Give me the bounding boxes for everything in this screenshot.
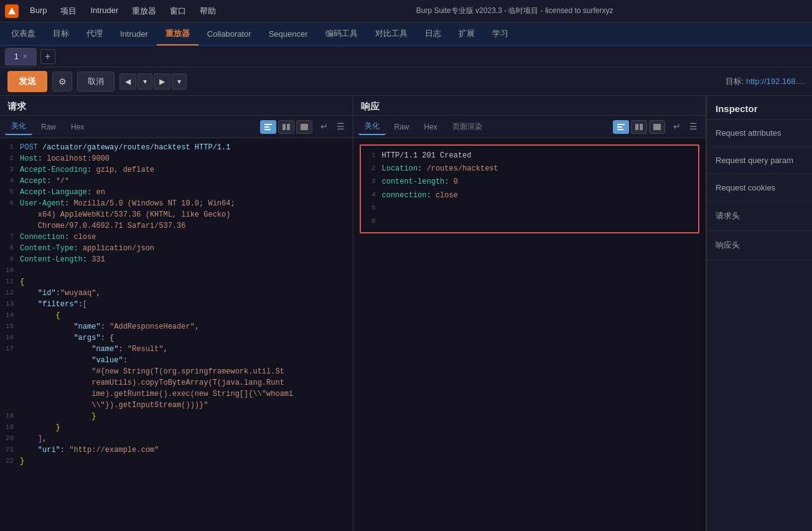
menu-window[interactable]: 窗口 bbox=[164, 3, 192, 19]
nav-collaborator[interactable]: Collaborator bbox=[198, 24, 260, 45]
tab-add-button[interactable]: + bbox=[40, 49, 55, 64]
req-tab-pretty[interactable]: 美化 bbox=[5, 118, 32, 135]
svg-rect-4 bbox=[282, 124, 286, 130]
nav-dashboard[interactable]: 仪表盘 bbox=[2, 23, 44, 45]
svg-rect-7 bbox=[617, 124, 625, 125]
req-line-22: 21 "uri": "http://example.com" bbox=[2, 444, 350, 456]
tab-1-close[interactable]: ✕ bbox=[22, 53, 27, 60]
req-line-8: 8 Content-Type: application/json bbox=[2, 243, 350, 254]
tab-1-label: 1 bbox=[14, 52, 19, 61]
req-line-4: 4 Accept: */* bbox=[2, 176, 350, 187]
response-panel-icons: ↵ ☰ bbox=[613, 120, 701, 134]
req-line-13: 13 "filters":[ bbox=[2, 299, 350, 310]
inspector-response-headers[interactable]: 响应头 bbox=[707, 231, 812, 260]
svg-rect-1 bbox=[264, 124, 272, 125]
req-line-10: 10 bbox=[2, 265, 350, 276]
menu-repeater[interactable]: 重放器 bbox=[126, 3, 162, 19]
settings-button[interactable]: ⚙ bbox=[52, 72, 72, 92]
prev-dropdown[interactable]: ▾ bbox=[138, 73, 152, 90]
target-label-area: 目标: http://192.168.... bbox=[726, 76, 805, 87]
tab-1[interactable]: 1 ✕ bbox=[5, 48, 37, 65]
resp-view-toggle-msg[interactable] bbox=[613, 120, 629, 134]
svg-rect-6 bbox=[301, 124, 308, 130]
svg-rect-8 bbox=[617, 126, 622, 128]
nav-intruder[interactable]: Intruder bbox=[111, 24, 157, 45]
history-nav: ◀ ▾ ▶ ▾ bbox=[119, 73, 187, 90]
svg-rect-10 bbox=[635, 124, 638, 130]
send-button[interactable]: 发送 bbox=[7, 71, 47, 92]
resp-tab-raw[interactable]: Raw bbox=[388, 120, 416, 134]
titlebar-menu: Burp 项目 Intruder 重放器 窗口 帮助 bbox=[24, 3, 222, 19]
resp-tab-render[interactable]: 页面渲染 bbox=[446, 119, 488, 134]
resp-view-toggle-full[interactable] bbox=[649, 120, 665, 134]
nav-repeater[interactable]: 重放器 bbox=[157, 23, 198, 45]
resp-view-toggle-split[interactable] bbox=[631, 120, 647, 134]
req-view-toggle-msg[interactable] bbox=[260, 120, 276, 134]
nav-encoder[interactable]: 编码工具 bbox=[317, 23, 366, 45]
req-line-14: 14 { bbox=[2, 310, 350, 321]
resp-line-1: 1 HTTP/1.1 201 Created bbox=[365, 149, 695, 162]
menu-burp[interactable]: Burp bbox=[24, 3, 53, 19]
svg-rect-12 bbox=[653, 124, 661, 130]
resp-tab-hex[interactable]: Hex bbox=[418, 120, 444, 134]
resp-line-4: 4 connection: close bbox=[365, 189, 695, 202]
svg-rect-11 bbox=[640, 124, 643, 130]
inspector-request-cookies[interactable]: Request cookies bbox=[707, 174, 812, 202]
req-line-11: 11 { bbox=[2, 276, 350, 288]
req-newline-icon[interactable]: ↵ bbox=[317, 120, 331, 134]
nav-target[interactable]: 目标 bbox=[44, 23, 78, 45]
inspector-request-headers[interactable]: 请求头 bbox=[707, 202, 812, 231]
svg-marker-0 bbox=[8, 7, 16, 14]
target-url: http://192.168.... bbox=[746, 77, 805, 86]
request-panel: 请求 美化 Raw Hex ↵ ☰ bbox=[0, 96, 353, 531]
req-tab-raw[interactable]: Raw bbox=[35, 120, 62, 134]
nav-comparer[interactable]: 对比工具 bbox=[366, 23, 416, 45]
nav-learn[interactable]: 学习 bbox=[483, 23, 517, 45]
inspector-request-query[interactable]: Request query param bbox=[707, 147, 812, 174]
req-view-toggle-full[interactable] bbox=[296, 120, 312, 134]
response-panel: 响应 美化 Raw Hex 页面渲染 ↵ ☰ bbox=[353, 96, 707, 531]
req-line-17: 17 "name": "Result", bbox=[2, 344, 350, 355]
inspector-request-attributes[interactable]: Request attributes bbox=[707, 120, 812, 147]
svg-rect-2 bbox=[264, 126, 269, 128]
resp-line-2: 2 Location: /routes/hacktest bbox=[365, 162, 695, 176]
req-menu-icon[interactable]: ☰ bbox=[334, 120, 348, 134]
app-title: Burp Suite专业版 v2023.3 - 临时项目 - licensed … bbox=[222, 6, 807, 16]
target-prefix: 目标: bbox=[726, 77, 744, 86]
req-line-1: 1 POST /actuator/gateway/routes/hacktest… bbox=[2, 142, 350, 153]
menu-intruder[interactable]: Intruder bbox=[84, 3, 124, 19]
req-line-18: "#{new String(T(org.springframework.util… bbox=[2, 366, 350, 411]
req-view-toggle-split[interactable] bbox=[278, 120, 294, 134]
response-tabs: 美化 Raw Hex 页面渲染 ↵ ☰ bbox=[353, 116, 706, 138]
nav-extender[interactable]: 扩展 bbox=[450, 23, 483, 45]
cancel-button[interactable]: 取消 bbox=[77, 72, 114, 92]
burp-logo bbox=[5, 4, 19, 18]
inspector-panel: Inspector Request attributes Request que… bbox=[706, 96, 812, 531]
resp-line-6: 6 bbox=[365, 215, 695, 228]
request-code[interactable]: 1 POST /actuator/gateway/routes/hacktest… bbox=[0, 138, 353, 531]
next-button[interactable]: ▶ bbox=[154, 73, 170, 90]
menu-project[interactable]: 项目 bbox=[54, 3, 83, 19]
nav-sequencer[interactable]: Sequencer bbox=[260, 24, 317, 45]
req-tab-hex[interactable]: Hex bbox=[65, 120, 90, 134]
next-dropdown[interactable]: ▾ bbox=[172, 73, 187, 90]
response-code-wrapper: 1 HTTP/1.1 201 Created 2 Location: /rout… bbox=[353, 138, 706, 531]
resp-menu-icon[interactable]: ☰ bbox=[686, 120, 701, 134]
svg-rect-9 bbox=[617, 129, 623, 130]
svg-rect-3 bbox=[264, 129, 271, 130]
toolbar: 发送 ⚙ 取消 ◀ ▾ ▶ ▾ 目标: http://192.168.... bbox=[0, 67, 812, 96]
menu-help[interactable]: 帮助 bbox=[194, 3, 222, 19]
req-line-9: 9 Content-Length: 331 bbox=[2, 254, 350, 265]
response-code[interactable]: 1 HTTP/1.1 201 Created 2 Location: /rout… bbox=[361, 146, 699, 232]
nav-proxy[interactable]: 代理 bbox=[78, 23, 111, 45]
nav-logger[interactable]: 日志 bbox=[416, 23, 450, 45]
resp-newline-icon[interactable]: ↵ bbox=[670, 120, 684, 134]
req-line-23: 22 } bbox=[2, 456, 350, 467]
resp-tab-pretty[interactable]: 美化 bbox=[358, 118, 386, 135]
titlebar: Burp 项目 Intruder 重放器 窗口 帮助 Burp Suite专业版… bbox=[0, 0, 812, 22]
req-line-15: 15 "name": "AddResponseHeader", bbox=[2, 321, 350, 332]
req-line-17b: "value": bbox=[2, 355, 350, 366]
navbar: 仪表盘 目标 代理 Intruder 重放器 Collaborator Sequ… bbox=[0, 22, 812, 46]
prev-button[interactable]: ◀ bbox=[119, 73, 136, 90]
req-line-16: 16 "args": { bbox=[2, 332, 350, 344]
